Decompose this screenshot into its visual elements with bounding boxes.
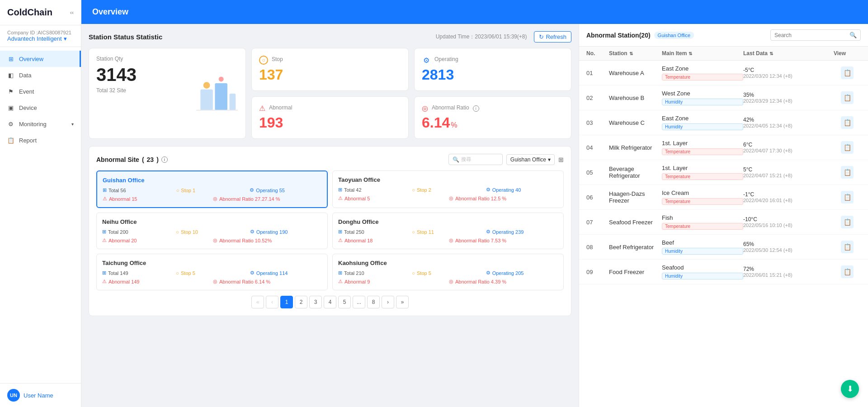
office-select[interactable]: Guishan Office ▾ bbox=[506, 154, 555, 165]
username[interactable]: User Name bbox=[24, 392, 53, 399]
row-last-data: -1°C 2022/04/20 16:01 (+8) bbox=[743, 191, 834, 203]
warn-icon: ⚠ bbox=[102, 237, 107, 243]
ratio-icon: ◎ bbox=[213, 279, 217, 284]
svg-point-3 bbox=[203, 82, 210, 89]
last-time: 2022/04/07 17:30 (+8) bbox=[743, 148, 834, 153]
stop-icon: ○ bbox=[259, 56, 268, 65]
stop-label: Stop bbox=[272, 56, 283, 62]
site-card[interactable]: Kaohsiung Office ⊞Total 210 ○Stop 5 ⚙Ope… bbox=[332, 254, 564, 290]
event-icon: ⚑ bbox=[7, 88, 14, 95]
abnormal-site-title: Abnormal Site (23) i bbox=[96, 156, 168, 163]
item-name: 1st. Layer bbox=[662, 165, 743, 171]
table-row: 07 Seafood Freezer Fish Temperature -10°… bbox=[579, 210, 868, 235]
company-name[interactable]: Advantech Intelligent ▾ bbox=[7, 35, 74, 42]
last-time: 2022/04/05 12:34 (+8) bbox=[743, 123, 834, 128]
view-button[interactable]: 📋 bbox=[841, 191, 854, 204]
warn-icon: ⚠ bbox=[338, 237, 343, 243]
chevron-down-icon: ▾ bbox=[64, 35, 67, 42]
app-title: ColdChain bbox=[7, 7, 52, 18]
row-view: 📋 bbox=[834, 241, 861, 253]
page-btn[interactable]: 3 bbox=[309, 296, 322, 308]
page-btn[interactable]: 8 bbox=[367, 296, 380, 308]
page-btn[interactable]: 5 bbox=[338, 296, 351, 308]
view-button[interactable]: 📋 bbox=[841, 141, 854, 154]
ratio-icon: ◎ bbox=[213, 237, 217, 243]
office-badge: Guishan Office bbox=[654, 32, 694, 39]
site-abnormal: ⚠Abnormal 18 bbox=[338, 237, 447, 243]
site-card[interactable]: Taoyuan Office ⊞Total 42 ○Stop 2 ⚙Operat… bbox=[332, 170, 564, 208]
item-name: Fish bbox=[662, 214, 743, 221]
row-station: Milk Refrigerator bbox=[609, 144, 662, 151]
site-card[interactable]: Donghu Office ⊞Total 250 ○Stop 11 ⚙Opera… bbox=[332, 213, 564, 249]
page-btn[interactable]: › bbox=[382, 296, 394, 308]
sort-icon: ⇅ bbox=[689, 51, 692, 56]
station-status-header: Station Status Statistic Updated Time：20… bbox=[89, 31, 571, 43]
page-btn[interactable]: « bbox=[251, 296, 264, 308]
ratio-icon: ◎ bbox=[449, 195, 453, 201]
page-btn[interactable]: 4 bbox=[324, 296, 336, 308]
sidebar-item-report[interactable]: 📋 Report bbox=[0, 132, 81, 148]
filter-icon[interactable]: ⊞ bbox=[558, 156, 564, 163]
site-card[interactable]: Guishan Office ⊞Total 56 ○Stop 1 ⚙Operat… bbox=[96, 170, 328, 208]
site-total: ⊞Total 210 bbox=[338, 270, 410, 276]
page-btn[interactable]: 2 bbox=[295, 296, 307, 308]
stop-value: 137 bbox=[259, 66, 401, 83]
row-item: Seafood Humidity bbox=[662, 264, 743, 279]
site-card[interactable]: Taichung Office ⊞Total 149 ○Stop 5 ⚙Oper… bbox=[96, 254, 328, 290]
svg-rect-1 bbox=[215, 83, 227, 110]
row-last-data: 42% 2022/04/05 12:34 (+8) bbox=[743, 117, 834, 128]
abnormal-site-info-icon[interactable]: i bbox=[161, 156, 168, 163]
row-no: 04 bbox=[586, 144, 609, 151]
operating-value: 2813 bbox=[422, 66, 564, 83]
site-operating: ⚙Operating 205 bbox=[486, 270, 558, 276]
download-fab[interactable]: ⬇ bbox=[841, 380, 859, 398]
page-btn[interactable]: ... bbox=[353, 296, 365, 308]
view-button[interactable]: 📋 bbox=[841, 166, 854, 179]
home-icon: ⊞ bbox=[7, 55, 14, 62]
view-button[interactable]: 📋 bbox=[841, 265, 854, 278]
chevron-down-icon: ▾ bbox=[71, 122, 74, 127]
page-btn[interactable]: » bbox=[396, 296, 409, 308]
site-abnormal: ⚠Abnormal 20 bbox=[102, 237, 211, 243]
sidebar-item-device[interactable]: ▣ Device bbox=[0, 99, 81, 116]
row-view: 📋 bbox=[834, 191, 861, 204]
page-btn[interactable]: 1 bbox=[280, 296, 293, 308]
table-col-header[interactable]: Station ⇅ bbox=[609, 50, 662, 57]
table-col-header[interactable]: Last Data ⇅ bbox=[743, 50, 834, 57]
item-badge: Humidity bbox=[662, 99, 743, 105]
stop-icon: ○ bbox=[176, 188, 179, 193]
site-stats: ⊞Total 42 ○Stop 2 ⚙Operating 40 bbox=[338, 187, 558, 193]
sidebar-footer: UN User Name bbox=[0, 383, 81, 407]
view-button[interactable]: 📋 bbox=[841, 241, 854, 253]
ratio-icon: ◎ bbox=[213, 196, 217, 202]
item-name: West Zone bbox=[662, 90, 743, 97]
site-operating: ⚙Operating 190 bbox=[250, 229, 322, 235]
item-name: East Zone bbox=[662, 115, 743, 122]
sidebar-collapse-icon[interactable]: ‹‹ bbox=[70, 9, 74, 16]
abnormal-site-search[interactable]: 🔍 搜尋 bbox=[448, 154, 503, 165]
right-search-input[interactable] bbox=[774, 32, 849, 38]
row-view: 📋 bbox=[834, 141, 861, 154]
last-value: 72% bbox=[743, 266, 834, 272]
sidebar-item-overview[interactable]: ⊞ Overview bbox=[0, 51, 81, 67]
site-stats: ⊞Total 250 ○Stop 11 ⚙Operating 239 bbox=[338, 229, 558, 235]
item-name: East Zone bbox=[662, 65, 743, 72]
sidebar-item-monitoring[interactable]: ⚙ Monitoring ▾ bbox=[0, 116, 81, 132]
site-abnormal: ⚠Abnormal 9 bbox=[338, 279, 447, 284]
site-stat-row2: ⚠Abnormal 5 ◎Abnormal Ratio 12.5 % bbox=[338, 195, 558, 201]
row-item: West Zone Humidity bbox=[662, 90, 743, 105]
table-col-header[interactable]: Main Item ⇅ bbox=[662, 50, 743, 57]
view-button[interactable]: 📋 bbox=[841, 91, 854, 104]
site-stop: ○Stop 5 bbox=[176, 270, 248, 276]
info-icon[interactable]: i bbox=[473, 105, 479, 112]
sidebar-item-event[interactable]: ⚑ Event bbox=[0, 83, 81, 99]
row-no: 01 bbox=[586, 70, 609, 76]
sidebar-item-data[interactable]: ◧ Data bbox=[0, 67, 81, 83]
site-card[interactable]: Neihu Office ⊞Total 200 ○Stop 10 ⚙Operat… bbox=[96, 213, 328, 249]
page-btn[interactable]: ‹ bbox=[266, 296, 278, 308]
refresh-button[interactable]: ↻ Refresh bbox=[534, 31, 571, 43]
view-button[interactable]: 📋 bbox=[841, 66, 854, 79]
view-button[interactable]: 📋 bbox=[841, 216, 854, 228]
view-button[interactable]: 📋 bbox=[841, 116, 854, 129]
row-station: Warehouse C bbox=[609, 119, 662, 126]
